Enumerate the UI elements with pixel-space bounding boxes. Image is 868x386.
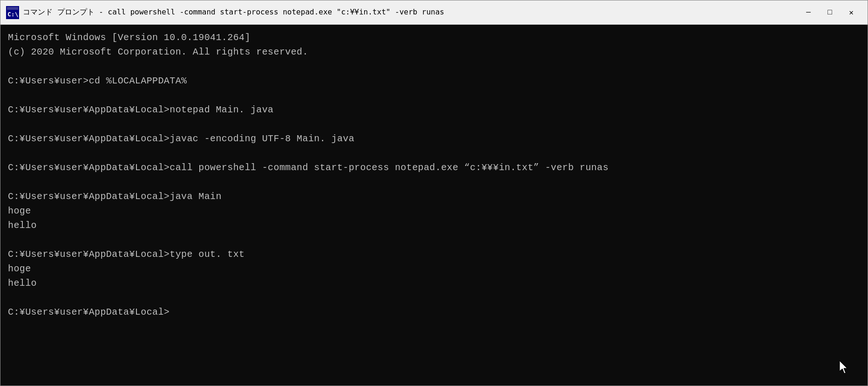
- terminal-line: [8, 88, 860, 103]
- terminal-line: C:¥Users¥user¥AppData¥Local>notepad Main…: [8, 103, 860, 117]
- terminal-line: [8, 146, 860, 160]
- terminal-line: Microsoft Windows [Version 10.0.19041.26…: [8, 30, 860, 45]
- cmd-icon: C:\: [6, 6, 19, 19]
- terminal-line: hello: [8, 218, 860, 233]
- terminal-line: C:¥Users¥user¥AppData¥Local>java Main: [8, 189, 860, 204]
- terminal-line: hoge: [8, 204, 860, 218]
- terminal-line: [8, 117, 860, 131]
- svg-marker-3: [840, 361, 847, 373]
- terminal-line: C:¥Users¥user¥AppData¥Local>: [8, 305, 860, 319]
- terminal-line: [8, 290, 860, 305]
- svg-text:C:\: C:\: [7, 11, 19, 18]
- terminal-output: Microsoft Windows [Version 10.0.19041.26…: [8, 30, 860, 319]
- terminal-line: hoge: [8, 262, 860, 276]
- terminal-line: C:¥Users¥user¥AppData¥Local>type out. tx…: [8, 247, 860, 262]
- titlebar: C:\ コマンド プロンプト - call powershell -comman…: [0, 0, 868, 25]
- terminal-line: C:¥Users¥user¥AppData¥Local>call powersh…: [8, 160, 860, 175]
- mouse-pointer-icon: [840, 361, 849, 374]
- terminal-line: (c) 2020 Microsoft Corporation. All righ…: [8, 45, 860, 59]
- mouse-cursor-area: [840, 361, 849, 376]
- terminal-line: [8, 175, 860, 189]
- titlebar-controls: ─ □ ✕: [798, 0, 862, 25]
- maximize-button[interactable]: □: [819, 0, 841, 25]
- cmd-window: C:\ コマンド プロンプト - call powershell -comman…: [0, 0, 868, 386]
- svg-rect-1: [7, 7, 18, 10]
- minimize-button[interactable]: ─: [798, 0, 819, 25]
- terminal-line: [8, 59, 860, 74]
- terminal-line: hello: [8, 276, 860, 290]
- terminal-line: [8, 233, 860, 247]
- titlebar-text: コマンド プロンプト - call powershell -command st…: [23, 7, 798, 17]
- terminal-body[interactable]: Microsoft Windows [Version 10.0.19041.26…: [0, 25, 868, 386]
- close-button[interactable]: ✕: [841, 0, 862, 25]
- terminal-line: C:¥Users¥user>cd %LOCALAPPDATA%: [8, 74, 860, 88]
- terminal-line: C:¥Users¥user¥AppData¥Local>javac -encod…: [8, 131, 860, 146]
